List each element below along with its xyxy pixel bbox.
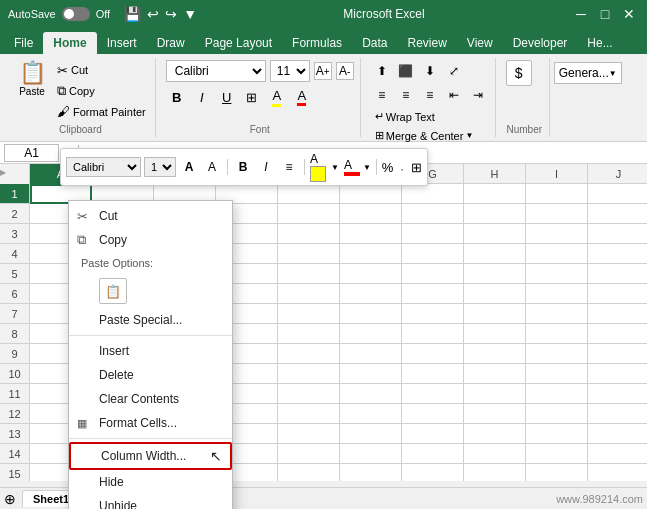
cell-J14[interactable] (588, 444, 647, 464)
cell-I10[interactable] (526, 364, 588, 384)
context-menu-paste-special[interactable]: Paste Special... (69, 308, 232, 332)
cell-I9[interactable] (526, 344, 588, 364)
cell-I8[interactable] (526, 324, 588, 344)
cell-J9[interactable] (588, 344, 647, 364)
mini-size-select[interactable]: 11 (144, 157, 176, 177)
cell-J3[interactable] (588, 224, 647, 244)
cell-H7[interactable] (464, 304, 526, 324)
tab-pagelayout[interactable]: Page Layout (195, 32, 282, 54)
cell-I12[interactable] (526, 404, 588, 424)
tab-review[interactable]: Review (397, 32, 456, 54)
cell-J12[interactable] (588, 404, 647, 424)
align-center-button[interactable]: ≡ (395, 84, 417, 106)
cut-button[interactable]: ✂ Cut (54, 62, 149, 79)
tab-home[interactable]: Home (43, 32, 96, 54)
save-icon[interactable]: 💾 (124, 6, 141, 22)
italic-button[interactable]: I (191, 86, 213, 108)
cell-E14[interactable] (278, 444, 340, 464)
cell-J10[interactable] (588, 364, 647, 384)
cell-H6[interactable] (464, 284, 526, 304)
cell-E15[interactable] (278, 464, 340, 481)
cell-G7[interactable] (402, 304, 464, 324)
row-header-7[interactable]: 7 (0, 304, 30, 324)
mini-font-color-button[interactable]: A (344, 158, 360, 176)
cell-G11[interactable] (402, 384, 464, 404)
context-menu-insert[interactable]: Insert (69, 339, 232, 363)
cell-H11[interactable] (464, 384, 526, 404)
decrease-indent-button[interactable]: ⇤ (443, 84, 465, 106)
cell-F7[interactable] (340, 304, 402, 324)
text-angle-button[interactable]: ⤢ (443, 60, 465, 82)
cell-G14[interactable] (402, 444, 464, 464)
mini-bold-button[interactable]: B (233, 157, 253, 177)
cell-G6[interactable] (402, 284, 464, 304)
cell-H14[interactable] (464, 444, 526, 464)
cell-reference-input[interactable] (4, 144, 59, 162)
row-header-2[interactable]: 2 (0, 204, 30, 224)
cell-H15[interactable] (464, 464, 526, 481)
cell-J7[interactable] (588, 304, 647, 324)
row-header-10[interactable]: 10 (0, 364, 30, 384)
cell-I1[interactable] (526, 184, 588, 204)
cell-F4[interactable] (340, 244, 402, 264)
mini-increase-button[interactable]: A (179, 157, 199, 177)
cell-F10[interactable] (340, 364, 402, 384)
context-menu-unhide[interactable]: Unhide (69, 494, 232, 509)
mini-percent-button[interactable]: % (382, 160, 394, 175)
context-menu-copy[interactable]: ⧉ Copy (69, 228, 232, 252)
cell-E2[interactable] (278, 204, 340, 224)
align-left-button[interactable]: ≡ (371, 84, 393, 106)
cell-G15[interactable] (402, 464, 464, 481)
align-right-button[interactable]: ≡ (419, 84, 441, 106)
cell-G4[interactable] (402, 244, 464, 264)
col-header-I[interactable]: I (526, 164, 588, 184)
autosave-toggle[interactable] (62, 7, 90, 21)
mini-highlight-button[interactable]: A (310, 152, 328, 182)
align-top-button[interactable]: ⬆ (371, 60, 393, 82)
cell-E9[interactable] (278, 344, 340, 364)
cell-H1[interactable] (464, 184, 526, 204)
cell-E4[interactable] (278, 244, 340, 264)
cell-J13[interactable] (588, 424, 647, 444)
font-decrease-button[interactable]: A- (336, 62, 354, 80)
maximize-button[interactable]: □ (595, 4, 615, 24)
cell-H5[interactable] (464, 264, 526, 284)
align-middle-button[interactable]: ⬛ (395, 60, 417, 82)
minimize-button[interactable]: ─ (571, 4, 591, 24)
cell-E3[interactable] (278, 224, 340, 244)
row-header-12[interactable]: 12 (0, 404, 30, 424)
cell-J6[interactable] (588, 284, 647, 304)
tab-data[interactable]: Data (352, 32, 397, 54)
cell-H2[interactable] (464, 204, 526, 224)
cell-E8[interactable] (278, 324, 340, 344)
row-header-15[interactable]: 15 (0, 464, 30, 481)
cell-I14[interactable] (526, 444, 588, 464)
bold-button[interactable]: B (166, 86, 188, 108)
merge-center-button[interactable]: ⊞ Merge & Center ▼ (371, 127, 478, 144)
border-button[interactable]: ⊞ (241, 86, 263, 108)
cell-G10[interactable] (402, 364, 464, 384)
cell-F2[interactable] (340, 204, 402, 224)
cell-H9[interactable] (464, 344, 526, 364)
general-dropdown[interactable]: Genera... ▼ (554, 62, 622, 84)
cell-J2[interactable] (588, 204, 647, 224)
paste-option-default[interactable]: 📋 (99, 278, 127, 304)
mini-decrease-button[interactable]: A (202, 157, 222, 177)
tab-help[interactable]: He... (577, 32, 622, 54)
cell-E6[interactable] (278, 284, 340, 304)
undo-icon[interactable]: ↩ (147, 6, 159, 22)
cell-I3[interactable] (526, 224, 588, 244)
cell-F3[interactable] (340, 224, 402, 244)
cell-I4[interactable] (526, 244, 588, 264)
cell-I15[interactable] (526, 464, 588, 481)
cell-F1[interactable] (340, 184, 402, 204)
paste-button[interactable]: 📋 Paste (12, 60, 52, 99)
format-painter-button[interactable]: 🖌 Format Painter (54, 103, 149, 120)
cell-E11[interactable] (278, 384, 340, 404)
context-menu-cut[interactable]: ✂ Cut (69, 204, 232, 228)
cell-F6[interactable] (340, 284, 402, 304)
font-increase-button[interactable]: A+ (314, 62, 332, 80)
fill-color-button[interactable]: A (266, 86, 288, 108)
customize-icon[interactable]: ▼ (183, 6, 197, 22)
row-header-11[interactable]: 11 (0, 384, 30, 404)
